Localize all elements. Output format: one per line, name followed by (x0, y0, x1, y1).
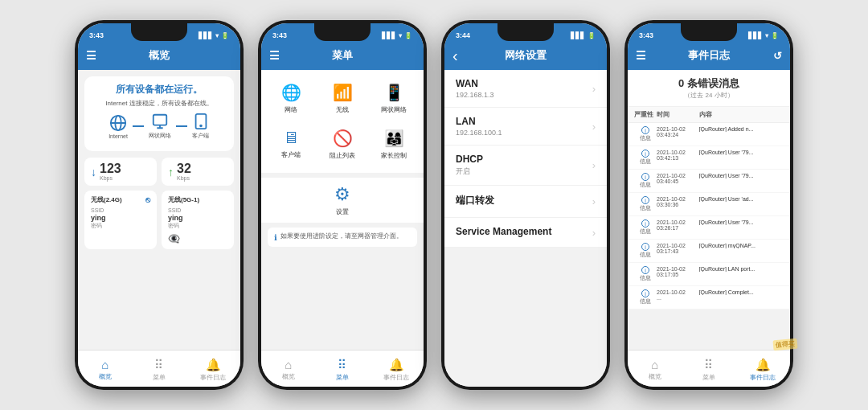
share-icon[interactable]: ⎋ (145, 195, 150, 204)
event-time-cell: 2021-10-02 03:17:05 (657, 266, 699, 277)
menu-settings[interactable]: ⚙ 设置 (261, 178, 424, 223)
back-icon[interactable]: ‹ (452, 47, 458, 65)
setting-service-management[interactable]: Service Management › (444, 218, 607, 248)
port-forward-arrow-icon: › (592, 195, 596, 207)
event-severity-cell: i 信息 (634, 289, 657, 305)
event-severity-cell: i 信息 (634, 196, 657, 212)
setting-wan[interactable]: WAN 192.168.1.3 › (444, 70, 607, 108)
menu-item-network[interactable]: 🌐 网络 (266, 76, 316, 121)
menu-item-wireless[interactable]: 📶 无线 (317, 76, 367, 121)
event-rows-container: i 信息 2021-10-02 03:43:24 [QuRouter] Adde… (628, 123, 790, 310)
wireless-icon: 📶 (333, 83, 353, 102)
bell-icon4: 🔔 (755, 358, 771, 372)
phone4-header: ☰ 事件日志 ↺ (628, 44, 790, 70)
client-icon-group: 客户端 (192, 113, 210, 140)
download-unit: Kbps (100, 175, 121, 181)
event-time-cell: 2021-10-02 ... (657, 289, 699, 301)
phone1-nav-menu[interactable]: ⠿ 菜单 (132, 358, 186, 382)
home-icon4: ⌂ (651, 358, 658, 371)
phone4-nav-overview[interactable]: ⌂ 概览 (628, 358, 682, 381)
network-icon: 🌐 (281, 83, 301, 102)
event-sev-label: 信息 (640, 252, 651, 259)
home-icon: ⌂ (101, 358, 108, 371)
event-time-cell: 2021-10-02 03:26:17 (657, 219, 699, 231)
phone2-bottom-nav: ⌂ 概览 ⠿ 菜单 🔔 事件日志 (261, 350, 424, 387)
event-time-cell: 2021-10-02 03:43:24 (657, 126, 699, 137)
client-menu-icon: 🖥 (283, 129, 299, 147)
menu-item-mesh[interactable]: 📱 网状网络 (369, 76, 419, 121)
phone2-header-title: 菜单 (332, 48, 353, 63)
phone1-nav-overview[interactable]: ⌂ 概览 (78, 358, 132, 381)
phone1-nav-events[interactable]: 🔔 事件日志 (186, 358, 240, 382)
phone3-header-title: 网络设置 (505, 48, 547, 63)
mesh-icon-group: 网状网络 (149, 113, 171, 140)
menu-grid-icon: ⠿ (154, 358, 163, 372)
setting-dhcp[interactable]: DHCP 开启 › (444, 146, 607, 186)
info-dot-icon: i (641, 196, 649, 204)
col-time: 时间 (657, 110, 699, 119)
event-row: i 信息 2021-10-02 03:26:17 [QuRouter] User… (628, 216, 790, 240)
phone4-notch (681, 23, 737, 41)
mesh-label: 网状网络 (149, 132, 171, 140)
phone4-nav-label-1: 菜单 (702, 373, 715, 382)
phone1-status-icons: ▋▋▋ ▾ 🔋 (199, 32, 229, 39)
event-severity-cell: i 信息 (634, 266, 657, 282)
refresh-icon[interactable]: ↺ (773, 50, 782, 62)
event-severity-cell: i 信息 (634, 173, 657, 189)
col-severity: 严重性 (634, 110, 657, 119)
network-settings-list: WAN 192.168.1.3 › LAN 192.168.100.1 › (444, 70, 607, 248)
menu-item-client[interactable]: 🖥 客户端 (266, 122, 316, 166)
ssid-val-5g: ying (168, 214, 227, 222)
event-row: i 信息 2021-10-02 03:30:36 [QuRouter] User… (628, 193, 790, 216)
signal-icon4: ▋▋▋ (748, 32, 763, 39)
phone2-nav-overview[interactable]: ⌂ 概览 (261, 358, 315, 381)
menu-item-wireless-label: 无线 (336, 105, 349, 114)
event-time-cell: 2021-10-02 03:42:13 (657, 150, 699, 161)
lan-val: 192.168.100.1 (456, 129, 502, 137)
wifi-5g-title: 无线(5G-1) (168, 195, 199, 204)
overview-status-card: 所有设备都在运行。 Internet 连接稳定，所有设备都在线。 Interne… (84, 76, 234, 151)
ssid-val-24g: ying (91, 214, 150, 222)
event-row: i 信息 2021-10-02 03:17:05 [QuRouter] LAN … (628, 263, 790, 286)
setting-lan[interactable]: LAN 192.168.100.1 › (444, 108, 607, 146)
event-content-cell: [QuRouter] Complet... (699, 289, 784, 295)
phone4-time: 3:43 (639, 31, 653, 39)
network-diagram: Internet 网状网络 (92, 108, 226, 145)
phone4-menu-icon[interactable]: ☰ (636, 49, 646, 62)
info-dot-icon: i (641, 243, 649, 251)
dhcp-name: DHCP (456, 154, 483, 165)
menu-item-parental-label: 家长控制 (381, 151, 407, 160)
net-line2 (176, 125, 187, 127)
event-row: i 信息 2021-10-02 03:40:45 [QuRouter] User… (628, 170, 790, 193)
event-content-cell: [QuRouter] LAN port... (699, 266, 784, 272)
wifi-5g-title-row: 无线(5G-1) (168, 195, 227, 204)
wan-name: WAN (456, 78, 494, 89)
client-label: 客户端 (192, 132, 209, 140)
wan-arrow-icon: › (592, 83, 596, 95)
net-line1 (133, 125, 144, 127)
phone1-header: ☰ 概览 (78, 44, 240, 70)
phone4-bottom-nav: ⌂ 概览 ⠿ 菜单 🔔 事件日志 (628, 350, 790, 387)
phone4-nav-menu[interactable]: ⠿ 菜单 (682, 358, 735, 382)
phone4-nav-events[interactable]: 🔔 事件日志 (736, 358, 790, 382)
event-table-header: 严重性 时间 内容 (628, 107, 790, 123)
internet-label: Internet (108, 133, 128, 139)
battery-icon: 🔋 (221, 32, 229, 39)
menu-item-blocklist[interactable]: 🚫 阻止列表 (317, 122, 367, 166)
phone1-nav-label-2: 事件日志 (200, 373, 226, 382)
parental-icon: 👨‍👩‍👧 (384, 129, 404, 148)
phone1-nav-label-0: 概览 (99, 372, 112, 381)
phone1-menu-icon[interactable]: ☰ (86, 49, 96, 62)
phone2-menu-icon[interactable]: ☰ (269, 49, 280, 62)
phone2-nav-events[interactable]: 🔔 事件日志 (370, 358, 424, 382)
phone3-status-icons: ▋▋▋ 🔋 (571, 32, 596, 39)
setting-port-forward[interactable]: 端口转发 › (444, 186, 607, 218)
event-row: i 信息 2021-10-02 03:43:24 [QuRouter] Adde… (628, 123, 790, 146)
phone2-nav-menu[interactable]: ⠿ 菜单 (315, 358, 369, 382)
event-sev-label: 信息 (640, 135, 651, 142)
svg-point-7 (200, 125, 202, 127)
wifi-status-icon: ▾ (215, 32, 219, 39)
menu-item-parental[interactable]: 👨‍👩‍👧 家长控制 (369, 122, 419, 166)
event-severity-cell: i 信息 (634, 126, 657, 142)
menu-item-mesh-label: 网状网络 (381, 105, 407, 114)
